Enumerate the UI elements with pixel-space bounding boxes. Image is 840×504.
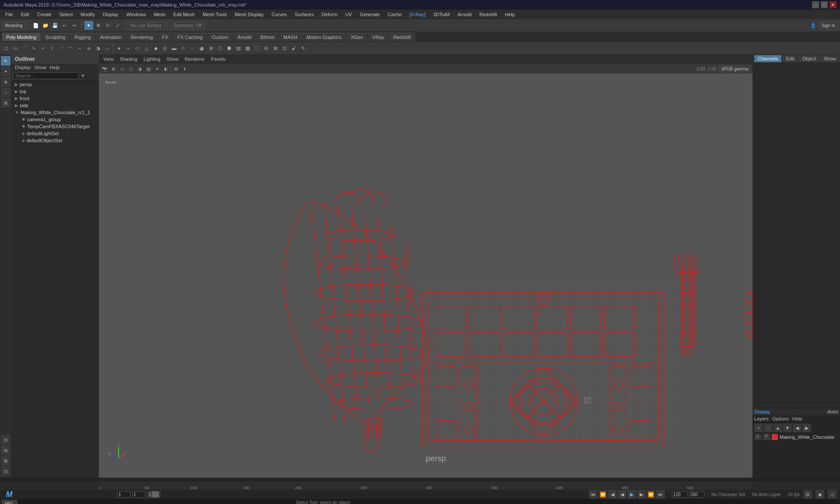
go-end-icon[interactable]: ⏭ — [656, 490, 665, 499]
cylinder-icon[interactable]: ⬭ — [133, 44, 142, 52]
menu-item-redshift[interactable]: Redshift — [476, 11, 500, 18]
next-key-icon[interactable]: ▶ — [637, 490, 646, 499]
save-file-icon[interactable]: 💾 — [51, 21, 60, 30]
torus-icon[interactable]: ◎ — [161, 44, 169, 52]
plane-icon[interactable]: ▬ — [170, 44, 178, 52]
search-input[interactable] — [13, 72, 79, 79]
outliner-item[interactable]: ◈defaultLightSet — [11, 130, 99, 137]
menu-item-generate[interactable]: Generate — [356, 11, 383, 18]
menu-item-cache[interactable]: Cache — [384, 11, 405, 18]
outliner-scrollbar[interactable] — [11, 474, 99, 478]
sphere-icon[interactable]: ● — [115, 44, 123, 52]
menu-item-edit[interactable]: Edit — [18, 11, 33, 18]
tab-vray[interactable]: VRay — [368, 33, 388, 41]
edit-tab[interactable]: Edit — [782, 55, 798, 62]
menu-item-display[interactable]: Display — [99, 11, 122, 18]
menu-item-deform[interactable]: Deform — [318, 11, 341, 18]
menu-item-select[interactable]: Select — [56, 11, 77, 18]
curve4-icon[interactable]: ⌇ — [48, 44, 56, 52]
mesh6-icon[interactable]: ⬛ — [252, 44, 261, 52]
menu-item-mesh[interactable]: Mesh — [150, 11, 169, 18]
cube-icon[interactable]: ▪ — [124, 44, 133, 52]
curve5-icon[interactable]: ⌔ — [57, 44, 66, 52]
viewport-menu-renderer[interactable]: Renderer — [182, 56, 207, 63]
texture-icon[interactable]: ▤ — [144, 65, 152, 73]
maximize-button[interactable]: □ — [821, 1, 828, 8]
tab-animation[interactable]: Animation — [96, 33, 126, 41]
heads-up-icon[interactable]: ℹ — [181, 65, 189, 73]
play-forward-icon[interactable]: ▶ — [627, 490, 636, 499]
go-start-icon[interactable]: ⏮ — [589, 490, 598, 499]
outliner-item[interactable]: ✱TempCamFBXASC046Target — [11, 123, 99, 130]
tab-rendering[interactable]: Rendering — [126, 33, 158, 41]
mesh4-icon[interactable]: ▤ — [234, 44, 243, 52]
fit-icon[interactable]: ⊞ — [109, 65, 117, 73]
outliner-menu-help[interactable]: Help — [50, 65, 60, 70]
menu-item-uv[interactable]: UV — [342, 11, 355, 18]
paint-icon[interactable]: 🖌 — [289, 44, 298, 52]
move-icon[interactable]: ✥ — [94, 21, 103, 30]
sculpt-icon[interactable]: ✎ — [298, 44, 307, 52]
menu-item-mesh-tools[interactable]: Mesh Tools — [199, 11, 230, 18]
outliner-item[interactable]: ▶front — [11, 95, 99, 102]
layout-icon3[interactable]: ⊠ — [1, 456, 10, 466]
layer-playback[interactable]: P — [763, 434, 770, 440]
layer-color-swatch[interactable] — [772, 434, 778, 440]
close-button[interactable]: ✕ — [830, 1, 836, 8]
tab-custom[interactable]: Custom — [207, 33, 233, 41]
light-icon[interactable]: ☀ — [153, 65, 161, 73]
curve2-icon[interactable]: ∿ — [29, 44, 38, 52]
menu-item-file[interactable]: File — [2, 11, 17, 18]
delete-layer-icon[interactable]: − — [764, 424, 773, 432]
no-live-surface[interactable]: No Live Surface — [128, 22, 165, 29]
paint-skin-icon[interactable]: ✦ — [1, 66, 10, 76]
next-frame-icon[interactable]: ⏩ — [647, 490, 655, 499]
user-icon[interactable]: 👤 — [809, 21, 818, 30]
viewport-menu-panels[interactable]: Panels — [208, 56, 228, 63]
help-menu-item[interactable]: Help — [792, 416, 802, 421]
curve3-icon[interactable]: ≈ — [38, 44, 47, 52]
viewport-canvas[interactable]: front — [99, 74, 752, 478]
diamond-icon[interactable]: ◆ — [151, 44, 160, 52]
viewport-scrollbar[interactable] — [0, 478, 840, 481]
anim-tab[interactable]: Anim — [827, 409, 838, 414]
curve8-icon[interactable]: ◑ — [94, 44, 102, 52]
curve1-icon[interactable]: ⌒ — [20, 44, 29, 52]
viewport-menu-view[interactable]: View — [101, 56, 116, 63]
gamma-selector[interactable]: sRGB gamma — [719, 66, 751, 72]
tab-redshift[interactable]: Redshift — [389, 33, 415, 41]
mesh2-icon[interactable]: ⬡ — [216, 44, 224, 52]
mesh3-icon[interactable]: ⬢ — [225, 44, 234, 52]
tab-bifrost[interactable]: Bifrost — [256, 33, 279, 41]
rotate-icon[interactable]: ↻ — [104, 21, 112, 30]
range-start-input[interactable] — [672, 491, 687, 498]
menu-item-help[interactable]: Help — [501, 11, 518, 18]
create-layer-icon[interactable]: + — [754, 424, 763, 432]
snap-icon[interactable]: ⊞ — [1, 98, 10, 108]
layout-icon2[interactable]: ⊞ — [1, 445, 10, 455]
mesh9-icon[interactable]: ⊡ — [280, 44, 289, 52]
menu-item-create[interactable]: Create — [34, 11, 55, 18]
arc-icon[interactable]: ◠ — [66, 44, 75, 52]
timeline-settings-icon[interactable]: ⚙ — [803, 490, 812, 499]
tab-xgen[interactable]: XGen — [346, 33, 368, 41]
select-tool-icon[interactable]: ◻ — [2, 44, 10, 52]
object-tab[interactable]: Object — [798, 55, 819, 62]
layout-icon4[interactable]: ⊡ — [1, 466, 10, 476]
viewport-menu-lighting[interactable]: Lighting — [141, 56, 163, 63]
prev-frame-icon[interactable]: ⏪ — [598, 490, 607, 499]
viewport-menu-shading[interactable]: Shading — [117, 56, 140, 63]
play-back-icon[interactable]: ◀ — [618, 490, 626, 499]
minimize-button[interactable]: − — [812, 1, 819, 8]
curve9-icon[interactable]: ⌓ — [103, 44, 112, 52]
shade-icon[interactable]: ◑ — [136, 65, 144, 73]
menu-item-mesh-display[interactable]: Mesh Display — [231, 11, 267, 18]
start-frame-input[interactable] — [117, 491, 130, 498]
undo-icon[interactable]: ↩ — [60, 21, 69, 30]
menu-item-surfaces[interactable]: Surfaces — [291, 11, 317, 18]
soft-select-icon[interactable]: ⊕ — [1, 77, 10, 87]
tab-poly-modeling[interactable]: Poly Modeling — [2, 33, 41, 41]
tab-rigging[interactable]: Rigging — [70, 33, 95, 41]
select-mode-icon[interactable]: ↖ — [1, 56, 10, 66]
nurbs2-icon[interactable]: ◕ — [197, 44, 206, 52]
